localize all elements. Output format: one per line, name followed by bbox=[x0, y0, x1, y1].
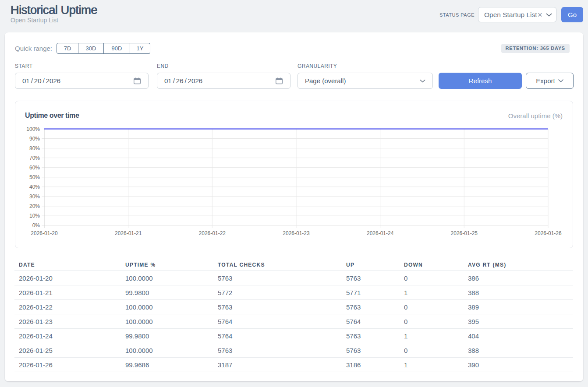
svg-text:80%: 80% bbox=[29, 145, 40, 151]
svg-text:2026-01-26: 2026-01-26 bbox=[535, 230, 562, 236]
svg-text:20%: 20% bbox=[29, 203, 40, 209]
svg-text:60%: 60% bbox=[29, 165, 40, 171]
svg-text:2026-01-23: 2026-01-23 bbox=[283, 230, 310, 236]
svg-text:70%: 70% bbox=[29, 155, 40, 161]
svg-text:10%: 10% bbox=[29, 213, 40, 219]
svg-text:40%: 40% bbox=[29, 184, 40, 190]
svg-text:100%: 100% bbox=[26, 126, 40, 132]
svg-text:2026-01-21: 2026-01-21 bbox=[115, 230, 142, 236]
svg-text:2026-01-25: 2026-01-25 bbox=[451, 230, 478, 236]
svg-text:50%: 50% bbox=[29, 174, 40, 180]
svg-text:2026-01-20: 2026-01-20 bbox=[31, 230, 58, 236]
svg-text:2026-01-24: 2026-01-24 bbox=[367, 230, 394, 236]
svg-text:90%: 90% bbox=[29, 136, 40, 142]
svg-text:2026-01-22: 2026-01-22 bbox=[199, 230, 226, 236]
svg-text:0%: 0% bbox=[32, 222, 40, 229]
svg-text:30%: 30% bbox=[29, 194, 40, 200]
